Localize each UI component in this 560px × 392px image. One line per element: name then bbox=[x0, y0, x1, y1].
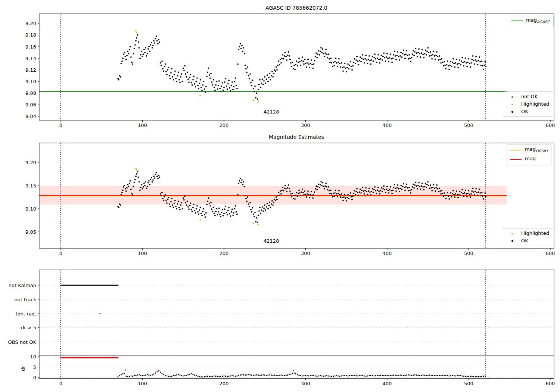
data-point bbox=[485, 375, 486, 376]
data-point bbox=[204, 214, 205, 215]
data-point bbox=[274, 69, 276, 71]
data-point bbox=[417, 188, 418, 190]
data-point bbox=[356, 188, 358, 190]
data-point bbox=[144, 185, 146, 186]
tick-label: 0 bbox=[59, 251, 62, 256]
data-point bbox=[415, 48, 417, 49]
data-point bbox=[240, 374, 241, 376]
data-point bbox=[357, 192, 358, 193]
data-point bbox=[431, 58, 433, 60]
legend-plot1-points: not OK Highlighted OK bbox=[503, 91, 553, 117]
data-point bbox=[451, 66, 452, 67]
data-point bbox=[397, 51, 399, 53]
data-point bbox=[257, 222, 258, 223]
data-point bbox=[226, 85, 227, 87]
data-point bbox=[187, 374, 189, 376]
data-point bbox=[378, 190, 380, 192]
data-point bbox=[238, 183, 239, 184]
legend-label-not-ok: not OK bbox=[521, 94, 538, 100]
data-point bbox=[223, 375, 224, 376]
data-point bbox=[364, 190, 366, 192]
data-point bbox=[454, 196, 455, 198]
data-point bbox=[449, 195, 451, 196]
data-point bbox=[366, 59, 367, 61]
data-point bbox=[436, 375, 437, 376]
data-point bbox=[124, 373, 125, 374]
data-point bbox=[296, 192, 298, 193]
data-point bbox=[212, 211, 214, 212]
data-point bbox=[483, 69, 484, 70]
data-point bbox=[211, 208, 212, 210]
data-point bbox=[369, 60, 371, 61]
data-point bbox=[444, 65, 446, 66]
data-point bbox=[235, 77, 236, 79]
data-point bbox=[155, 372, 156, 373]
data-point bbox=[421, 185, 422, 187]
data-point bbox=[244, 53, 245, 55]
data-point bbox=[388, 192, 389, 194]
data-point bbox=[373, 192, 374, 193]
data-point bbox=[459, 191, 461, 192]
data-point bbox=[131, 62, 133, 63]
data-point bbox=[241, 374, 242, 375]
data-point bbox=[217, 376, 218, 377]
data-point bbox=[280, 62, 282, 64]
data-point bbox=[165, 200, 167, 202]
data-point bbox=[482, 196, 483, 197]
data-point bbox=[403, 183, 404, 184]
data-point bbox=[465, 57, 466, 59]
data-point bbox=[308, 194, 309, 196]
data-point bbox=[200, 206, 201, 208]
data-point bbox=[420, 189, 421, 190]
data-point bbox=[250, 209, 252, 211]
data-point bbox=[288, 51, 289, 53]
data-point bbox=[166, 202, 168, 204]
data-point bbox=[368, 190, 369, 192]
data-point bbox=[364, 62, 365, 64]
data-point bbox=[406, 183, 408, 185]
data-point bbox=[465, 376, 466, 377]
data-point bbox=[479, 192, 481, 194]
data-point bbox=[337, 375, 339, 376]
data-point bbox=[262, 84, 264, 85]
data-point bbox=[196, 81, 197, 82]
data-point bbox=[311, 64, 313, 65]
data-point bbox=[251, 85, 252, 86]
data-point bbox=[126, 55, 128, 56]
data-point bbox=[337, 196, 338, 197]
data-point bbox=[478, 191, 479, 193]
data-point bbox=[200, 95, 201, 96]
data-point bbox=[393, 187, 395, 188]
data-point bbox=[132, 63, 133, 65]
data-point bbox=[197, 376, 198, 377]
not-ok-dot-icon bbox=[511, 96, 513, 98]
data-point bbox=[416, 374, 417, 376]
data-point bbox=[295, 195, 296, 196]
data-point bbox=[373, 57, 375, 59]
data-point bbox=[170, 72, 172, 74]
data-point bbox=[275, 70, 276, 72]
data-point bbox=[292, 193, 293, 194]
data-point bbox=[253, 214, 254, 215]
data-point bbox=[189, 374, 190, 375]
dr-axis-label: dr bbox=[20, 366, 26, 371]
data-point bbox=[445, 375, 447, 376]
data-point bbox=[364, 193, 365, 195]
data-point bbox=[186, 76, 187, 78]
data-point bbox=[304, 190, 305, 192]
data-point bbox=[461, 189, 463, 190]
data-point bbox=[225, 206, 226, 207]
data-point bbox=[351, 375, 352, 376]
data-point bbox=[192, 211, 193, 212]
data-point bbox=[387, 57, 389, 59]
axes-frame bbox=[39, 14, 554, 120]
data-point bbox=[329, 58, 330, 60]
data-point bbox=[239, 46, 240, 47]
data-point bbox=[246, 374, 248, 376]
data-point bbox=[272, 76, 274, 78]
data-point bbox=[473, 191, 475, 193]
data-point bbox=[426, 51, 428, 52]
data-point bbox=[169, 376, 171, 377]
data-point bbox=[466, 196, 468, 197]
data-point bbox=[140, 187, 141, 188]
